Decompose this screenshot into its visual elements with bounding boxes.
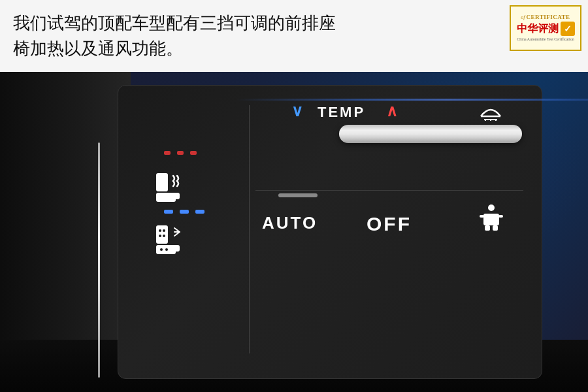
cool-indicator-dots xyxy=(164,210,204,214)
svg-rect-20 xyxy=(493,225,498,231)
svg-point-12 xyxy=(163,235,165,237)
panel-divider-vertical xyxy=(255,190,523,191)
temp-label: TEMP xyxy=(318,104,365,121)
svg-point-14 xyxy=(160,248,163,251)
svg-rect-5 xyxy=(156,173,168,191)
svg-point-9 xyxy=(159,229,161,232)
header-text: 我们试驾的顶配车型配有三挡可调的前排座 椅加热以及通风功能。 xyxy=(13,10,575,61)
heat-indicator-dots xyxy=(164,151,197,155)
svg-rect-22 xyxy=(498,215,503,218)
header-line2: 椅加热以及通风功能。 xyxy=(13,39,183,58)
header-line1: 我们试驾的顶配车型配有三挡可调的前排座 xyxy=(13,13,336,33)
svg-rect-18 xyxy=(483,214,499,225)
seat-vent-icon[interactable] xyxy=(151,223,187,265)
svg-rect-21 xyxy=(480,215,484,218)
panel-glow xyxy=(236,99,588,101)
seat-heat-icon[interactable] xyxy=(151,171,187,213)
off-button[interactable]: OFF xyxy=(367,213,412,235)
cool-dot-1 xyxy=(164,210,173,214)
defroster-icon[interactable] xyxy=(479,102,502,126)
heat-dot-3 xyxy=(190,151,197,155)
certificate-badge: of CERTIFICATE 中华评测 ✓ China Automobile T… xyxy=(510,5,581,51)
cert-checkmark: ✓ xyxy=(561,22,575,36)
cool-dot-2 xyxy=(180,210,189,214)
temp-up-arrow[interactable]: ∧ xyxy=(386,102,398,120)
heat-dot-2 xyxy=(177,151,184,155)
cert-bottom: China Automobile Test Certification xyxy=(517,37,574,42)
temp-down-arrow[interactable]: ∨ xyxy=(291,102,303,120)
photo-area: TEMP ∨ ∧ xyxy=(0,72,588,392)
svg-rect-19 xyxy=(485,225,490,231)
cool-dot-3 xyxy=(195,210,204,214)
svg-point-11 xyxy=(159,235,161,237)
mid-indicator xyxy=(278,193,318,197)
left-controls xyxy=(138,151,269,334)
heat-dot-1 xyxy=(164,151,171,155)
cert-middle: 中华评测 ✓ xyxy=(517,22,575,36)
chrome-trim xyxy=(98,142,100,378)
svg-rect-7 xyxy=(171,193,180,199)
control-panel: TEMP ∨ ∧ xyxy=(118,85,542,379)
auto-button[interactable]: AUTO xyxy=(262,213,318,233)
svg-rect-8 xyxy=(156,225,168,244)
cert-title: CERTIFICATE xyxy=(527,14,570,20)
page-container: 我们试驾的顶配车型配有三挡可调的前排座 椅加热以及通风功能。 of CERTIF… xyxy=(0,0,588,392)
svg-point-10 xyxy=(163,229,165,232)
svg-rect-16 xyxy=(171,245,180,252)
svg-point-15 xyxy=(165,248,168,251)
child-seat-icon[interactable] xyxy=(477,203,506,237)
slider-bar[interactable] xyxy=(339,125,522,143)
header-area: 我们试驾的顶配车型配有三挡可调的前排座 椅加热以及通风功能。 of CERTIF… xyxy=(0,0,588,72)
svg-point-17 xyxy=(488,204,495,211)
cert-of: of xyxy=(521,14,525,20)
cert-chinese: 中华评测 xyxy=(517,22,559,36)
